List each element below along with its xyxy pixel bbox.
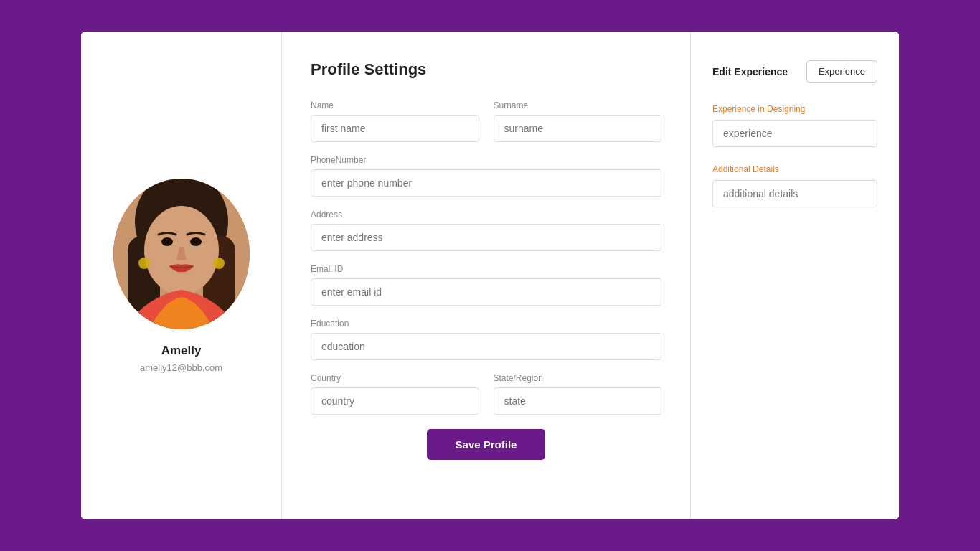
user-name: Amelly (161, 344, 202, 358)
email-input[interactable] (311, 278, 661, 306)
education-group: Education (311, 319, 661, 360)
country-state-row: Country State/Region (311, 373, 661, 415)
email-row: Email ID (311, 264, 661, 306)
country-input[interactable] (311, 387, 479, 415)
phone-input[interactable] (311, 169, 661, 197)
address-row: Address (311, 209, 661, 251)
surname-input[interactable] (494, 115, 662, 142)
surname-label: Surname (494, 100, 662, 110)
save-profile-button[interactable]: Save Profile (427, 429, 546, 460)
main-card: Amelly amelly12@bbb.com Profile Settings… (81, 32, 899, 519)
user-email: amelly12@bbb.com (140, 362, 222, 373)
avatar (113, 179, 250, 329)
experience-designing-label: Experience in Designing (712, 104, 877, 114)
left-panel: Amelly amelly12@bbb.com (81, 32, 282, 519)
additional-details-input[interactable] (712, 180, 877, 207)
education-input[interactable] (311, 333, 661, 360)
svg-point-8 (213, 258, 225, 269)
name-row: Name Surname (311, 100, 661, 142)
education-label: Education (311, 319, 661, 329)
svg-point-7 (138, 258, 150, 269)
name-group: Name (311, 100, 479, 142)
first-name-input[interactable] (311, 115, 479, 142)
phone-label: PhoneNumber (311, 155, 661, 165)
edit-experience-title: Edit Experience (712, 66, 788, 77)
experience-button[interactable]: Experience (806, 60, 877, 83)
state-group: State/Region (494, 373, 662, 415)
state-label: State/Region (494, 373, 662, 383)
surname-group: Surname (494, 100, 662, 142)
experience-input[interactable] (712, 120, 877, 147)
page-title: Profile Settings (311, 60, 661, 79)
address-input[interactable] (311, 224, 661, 251)
additional-details-group: Additional Details (712, 164, 877, 207)
additional-details-label: Additional Details (712, 164, 877, 174)
state-input[interactable] (494, 387, 662, 415)
experience-group: Experience in Designing (712, 104, 877, 147)
education-row: Education (311, 319, 661, 360)
name-label: Name (311, 100, 479, 110)
email-label: Email ID (311, 264, 661, 274)
phone-row: PhoneNumber (311, 155, 661, 197)
country-group: Country (311, 373, 479, 415)
svg-point-5 (161, 237, 173, 246)
right-panel: Edit Experience Experience Experience in… (691, 32, 899, 519)
right-header: Edit Experience Experience (712, 60, 877, 83)
address-label: Address (311, 209, 661, 220)
phone-group: PhoneNumber (311, 155, 661, 197)
address-group: Address (311, 209, 661, 251)
svg-point-6 (190, 237, 202, 246)
country-label: Country (311, 373, 479, 383)
email-group: Email ID (311, 264, 661, 306)
middle-panel: Profile Settings Name Surname PhoneNumbe… (282, 32, 691, 519)
